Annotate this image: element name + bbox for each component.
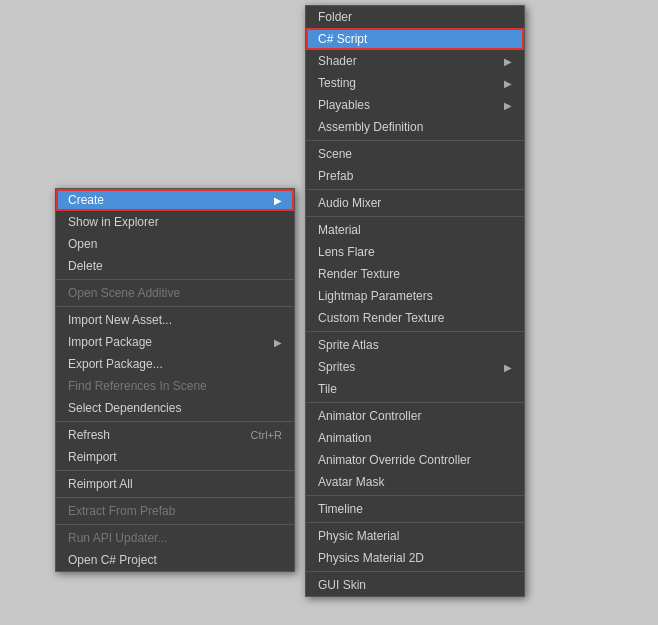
menu-separator (306, 216, 524, 217)
menu-item-reimport[interactable]: Reimport (56, 446, 294, 468)
menu-item-label: Export Package... (68, 357, 163, 371)
menu-item-physic-material[interactable]: Physic Material (306, 525, 524, 547)
menu-item-shortcut: Ctrl+R (251, 429, 282, 441)
menu-item-label: Find References In Scene (68, 379, 207, 393)
menu-item-label: Folder (318, 10, 352, 24)
menu-item-find-references: Find References In Scene (56, 375, 294, 397)
submenu-arrow-icon: ▶ (504, 78, 512, 89)
menu-item-label: C# Script (318, 32, 367, 46)
menu-separator (306, 331, 524, 332)
menu-item-label: Sprites (318, 360, 355, 374)
menu-item-animation[interactable]: Animation (306, 427, 524, 449)
menu-item-label: Animator Override Controller (318, 453, 471, 467)
menu-item-sprite-atlas[interactable]: Sprite Atlas (306, 334, 524, 356)
menu-separator (306, 140, 524, 141)
menu-item-label: Timeline (318, 502, 363, 516)
menu-item-timeline[interactable]: Timeline (306, 498, 524, 520)
menu-separator (56, 306, 294, 307)
menu-separator (56, 470, 294, 471)
menu-item-label: Audio Mixer (318, 196, 381, 210)
menu-separator (306, 522, 524, 523)
menu-item-audio-mixer[interactable]: Audio Mixer (306, 192, 524, 214)
menu-item-csharp-script[interactable]: C# Script (306, 28, 524, 50)
menu-item-custom-render-texture[interactable]: Custom Render Texture (306, 307, 524, 329)
submenu-arrow-icon: ▶ (504, 100, 512, 111)
menu-item-sprites[interactable]: Sprites▶ (306, 356, 524, 378)
menu-item-label: Scene (318, 147, 352, 161)
menu-item-label: Prefab (318, 169, 353, 183)
menu-item-label: GUI Skin (318, 578, 366, 592)
menu-item-tile[interactable]: Tile (306, 378, 524, 400)
menu-item-label: Reimport All (68, 477, 133, 491)
menu-item-label: Lens Flare (318, 245, 375, 259)
menu-item-gui-skin[interactable]: GUI Skin (306, 574, 524, 596)
menu-item-folder[interactable]: Folder (306, 6, 524, 28)
menu-item-label: Tile (318, 382, 337, 396)
menu-separator (306, 495, 524, 496)
menu-separator (56, 497, 294, 498)
menu-item-material[interactable]: Material (306, 219, 524, 241)
menu-separator (306, 571, 524, 572)
menu-item-label: Open (68, 237, 97, 251)
menu-item-label: Import New Asset... (68, 313, 172, 327)
menu-item-label: Render Texture (318, 267, 400, 281)
menu-item-playables[interactable]: Playables▶ (306, 94, 524, 116)
menu-item-label: Import Package (68, 335, 152, 349)
menu-item-extract-from-prefab: Extract From Prefab (56, 500, 294, 522)
menu-separator (56, 524, 294, 525)
menu-item-label: Physic Material (318, 529, 399, 543)
menu-item-label: Animation (318, 431, 371, 445)
menu-item-lens-flare[interactable]: Lens Flare (306, 241, 524, 263)
menu-separator (306, 402, 524, 403)
menu-item-animator-controller[interactable]: Animator Controller (306, 405, 524, 427)
menu-item-label: Open Scene Additive (68, 286, 180, 300)
menu-item-physics-material-2d[interactable]: Physics Material 2D (306, 547, 524, 569)
menu-item-run-api-updater: Run API Updater... (56, 527, 294, 549)
menu-item-label: Assembly Definition (318, 120, 423, 134)
menu-item-avatar-mask[interactable]: Avatar Mask (306, 471, 524, 493)
menu-item-open-scene-additive: Open Scene Additive (56, 282, 294, 304)
menu-item-label: Shader (318, 54, 357, 68)
menu-item-create[interactable]: Create▶ (56, 189, 294, 211)
menu-item-scene[interactable]: Scene (306, 143, 524, 165)
menu-item-label: Lightmap Parameters (318, 289, 433, 303)
menu-item-label: Reimport (68, 450, 117, 464)
submenu-arrow-icon: ▶ (274, 337, 282, 348)
menu-item-shader[interactable]: Shader▶ (306, 50, 524, 72)
menu-item-import-new-asset[interactable]: Import New Asset... (56, 309, 294, 331)
menu-item-label: Refresh (68, 428, 110, 442)
left-context-menu: Create▶Show in ExplorerOpenDeleteOpen Sc… (55, 188, 295, 572)
submenu-arrow-icon: ▶ (504, 362, 512, 373)
menu-item-import-package[interactable]: Import Package▶ (56, 331, 294, 353)
menu-item-open[interactable]: Open (56, 233, 294, 255)
menu-item-label: Open C# Project (68, 553, 157, 567)
menu-item-lightmap-parameters[interactable]: Lightmap Parameters (306, 285, 524, 307)
menu-item-testing[interactable]: Testing▶ (306, 72, 524, 94)
menu-item-open-csharp-project[interactable]: Open C# Project (56, 549, 294, 571)
menu-item-assembly-definition[interactable]: Assembly Definition (306, 116, 524, 138)
right-context-menu: FolderC# ScriptShader▶Testing▶Playables▶… (305, 5, 525, 597)
menu-item-select-dependencies[interactable]: Select Dependencies (56, 397, 294, 419)
menu-item-label: Extract From Prefab (68, 504, 175, 518)
menu-item-label: Show in Explorer (68, 215, 159, 229)
menu-item-label: Physics Material 2D (318, 551, 424, 565)
menu-item-label: Playables (318, 98, 370, 112)
menu-item-label: Material (318, 223, 361, 237)
menu-item-label: Animator Controller (318, 409, 421, 423)
menu-item-label: Testing (318, 76, 356, 90)
menu-item-delete[interactable]: Delete (56, 255, 294, 277)
menu-item-label: Avatar Mask (318, 475, 384, 489)
menu-item-label: Run API Updater... (68, 531, 167, 545)
menu-separator (56, 279, 294, 280)
menu-item-label: Delete (68, 259, 103, 273)
menu-item-render-texture[interactable]: Render Texture (306, 263, 524, 285)
menu-item-label: Create (68, 193, 104, 207)
menu-item-animator-override-controller[interactable]: Animator Override Controller (306, 449, 524, 471)
menu-item-show-in-explorer[interactable]: Show in Explorer (56, 211, 294, 233)
menu-item-reimport-all[interactable]: Reimport All (56, 473, 294, 495)
menu-item-label: Select Dependencies (68, 401, 181, 415)
submenu-arrow-icon: ▶ (274, 195, 282, 206)
menu-item-prefab[interactable]: Prefab (306, 165, 524, 187)
menu-item-export-package[interactable]: Export Package... (56, 353, 294, 375)
menu-item-refresh[interactable]: RefreshCtrl+R (56, 424, 294, 446)
